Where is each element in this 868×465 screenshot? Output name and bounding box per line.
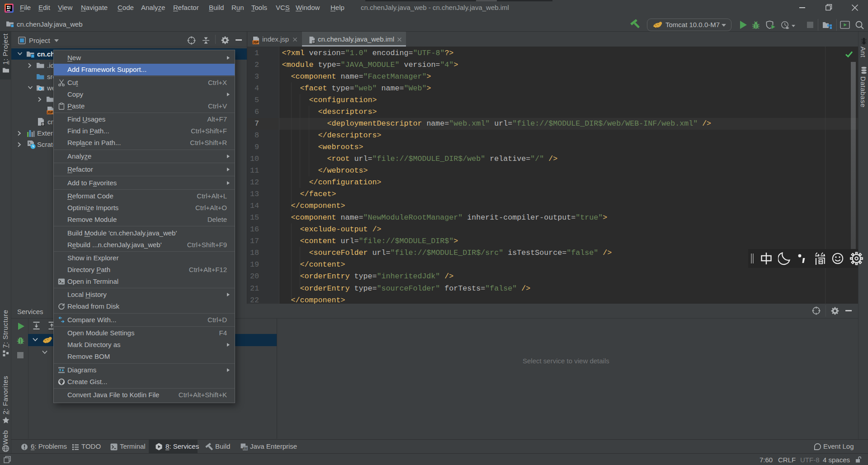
svg-text:JSP: JSP	[253, 41, 259, 44]
svg-text:JSP: JSP	[47, 111, 53, 114]
svg-text:EE: EE	[243, 446, 248, 451]
